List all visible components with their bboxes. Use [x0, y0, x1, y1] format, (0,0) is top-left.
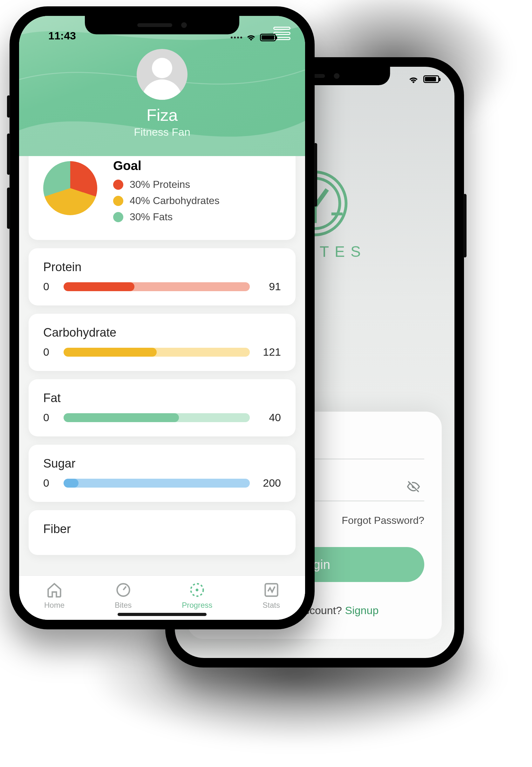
nutrient-name: Fat — [43, 391, 281, 405]
wifi-icon — [408, 75, 419, 83]
tab-bites[interactable]: Bites — [115, 582, 132, 610]
battery-icon — [423, 75, 439, 83]
legend-label: 30% Fats — [130, 211, 173, 223]
tab-stats[interactable]: Stats — [263, 582, 280, 610]
status-time: 11:43 — [48, 30, 76, 42]
tab-label: Bites — [115, 601, 132, 610]
legend-label: 40% Carbohydrates — [130, 195, 220, 207]
tab-label: Home — [44, 601, 65, 610]
profile-header: 11:43 Fiza Fitness Fan — [19, 16, 305, 156]
goal-pie-chart — [43, 161, 97, 215]
legend-dot-icon — [113, 196, 123, 206]
nutrient-max: 40 — [259, 411, 281, 424]
progress-content: Goal 30% Proteins40% Carbohydrates30% Fa… — [19, 147, 305, 575]
nutrient-bar — [64, 479, 250, 488]
tab-progress[interactable]: Progress — [182, 582, 212, 610]
progress-icon — [189, 582, 205, 598]
goal-card: Goal 30% Proteins40% Carbohydrates30% Fa… — [29, 147, 296, 240]
nutrient-max: 91 — [259, 280, 281, 293]
status-bar — [408, 75, 439, 83]
nutrient-min: 0 — [43, 411, 55, 424]
tab-label: Stats — [263, 601, 280, 610]
nutrient-name: Carbohydrate — [43, 326, 281, 339]
goal-legend-item: 40% Carbohydrates — [113, 195, 281, 207]
home-icon — [46, 582, 63, 598]
nutrient-name: Protein — [43, 260, 281, 274]
nutrient-name: Sugar — [43, 457, 281, 470]
nutrient-name: Fiber — [43, 522, 281, 536]
goal-legend-item: 30% Proteins — [113, 179, 281, 190]
nutrient-card: Fat040 — [29, 379, 296, 436]
stats-icon — [263, 582, 280, 598]
cellular-icon — [231, 37, 242, 38]
goal-title: Goal — [113, 159, 281, 173]
eye-off-icon[interactable] — [406, 480, 420, 495]
avatar[interactable] — [137, 49, 188, 100]
nutrient-card-fiber: Fiber — [29, 510, 296, 555]
legend-dot-icon — [113, 180, 123, 190]
nutrient-bar — [64, 413, 250, 422]
battery-icon — [260, 34, 276, 41]
home-indicator[interactable] — [118, 613, 207, 616]
svg-point-4 — [196, 588, 199, 591]
nutrient-min: 0 — [43, 280, 55, 293]
nutrient-min: 0 — [43, 477, 55, 489]
gauge-icon — [115, 582, 132, 598]
legend-label: 30% Proteins — [130, 179, 190, 190]
tab-home[interactable]: Home — [44, 582, 65, 610]
nutrient-min: 0 — [43, 346, 55, 358]
nutrient-card: Carbohydrate0121 — [29, 314, 296, 371]
nutrient-bar — [64, 348, 250, 357]
nutrient-max: 121 — [259, 346, 281, 358]
nutrient-card: Protein091 — [29, 248, 296, 305]
nutrient-max: 200 — [259, 477, 281, 489]
signup-link[interactable]: Signup — [345, 604, 379, 616]
tab-label: Progress — [182, 601, 212, 610]
nutrient-card: Sugar0200 — [29, 445, 296, 502]
progress-phone-frame: 11:43 Fiza Fitness Fan Goal 30% Proteins… — [10, 6, 315, 629]
legend-dot-icon — [113, 212, 123, 222]
nutrient-bar — [64, 282, 250, 291]
goal-legend-item: 30% Fats — [113, 211, 281, 223]
wifi-icon — [246, 33, 256, 42]
